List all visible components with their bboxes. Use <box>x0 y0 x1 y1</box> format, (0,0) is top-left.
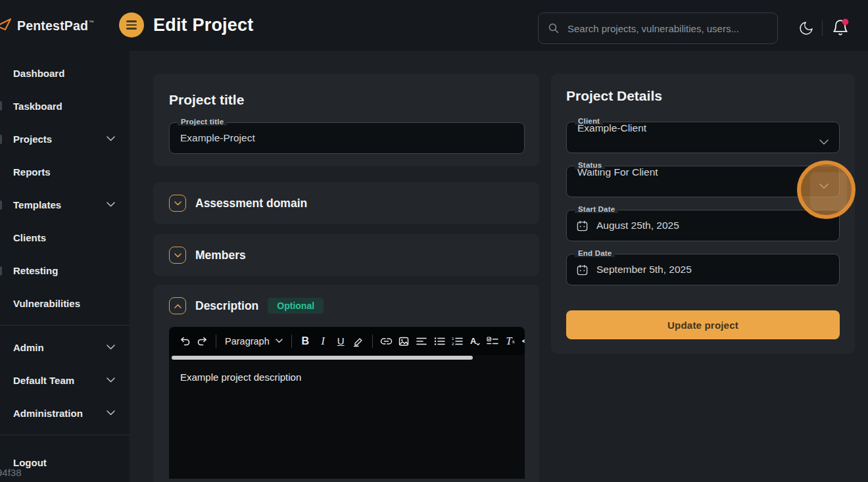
redo-icon[interactable] <box>193 327 211 355</box>
sidebar: Dashboard Taskboard Projects Reports Tem… <box>0 51 130 482</box>
client-label: Client <box>575 117 603 125</box>
calendar-icon <box>576 264 589 276</box>
hamburger-icon <box>126 20 137 22</box>
chevron-down-icon <box>107 410 115 416</box>
sidebar-item-vulnerabilities[interactable]: Vulnerabilities <box>0 287 130 320</box>
toolbar-divider <box>291 335 292 348</box>
code-view-icon[interactable]: <> <box>519 327 525 355</box>
image-icon[interactable] <box>395 327 413 355</box>
description-section: Description Optional Paragraph B I U <box>153 285 539 482</box>
end-date-value: September 5th, 2025 <box>596 264 692 276</box>
sidebar-item-templates[interactable]: Templates <box>0 188 130 221</box>
moon-icon <box>798 20 814 36</box>
chevron-down-icon <box>107 136 115 141</box>
collapse-description-button[interactable] <box>169 297 186 314</box>
sidebar-item-default-team[interactable]: Default Team <box>0 364 130 397</box>
description-textarea[interactable]: Example project description <box>169 360 525 479</box>
search-input[interactable] <box>567 23 768 34</box>
ordered-list-icon[interactable]: 12 <box>448 327 466 355</box>
project-title-heading: Project title <box>169 92 525 108</box>
editor-toolbar: Paragraph B I U 12 <box>169 327 525 355</box>
calendar-icon <box>576 220 589 232</box>
chevron-down-icon <box>174 253 181 258</box>
start-date-label: Start Date <box>575 205 618 213</box>
notification-dot <box>842 19 849 26</box>
svg-text:1: 1 <box>452 337 454 341</box>
bell-icon <box>831 18 850 37</box>
global-search[interactable] <box>538 12 778 44</box>
expand-assessment-domain-button[interactable] <box>169 195 186 212</box>
search-icon <box>548 22 560 34</box>
undo-icon[interactable] <box>176 327 193 355</box>
chevron-down-icon <box>819 135 829 147</box>
end-date-label: End Date <box>575 249 615 257</box>
members-section: Members <box>153 234 539 276</box>
sidebar-divider <box>0 435 130 435</box>
bullet-list-icon[interactable] <box>431 327 448 355</box>
end-date-field[interactable]: End Date September 5th, 2025 <box>566 254 840 285</box>
members-title: Members <box>195 249 246 262</box>
underline-icon[interactable]: U <box>332 327 350 355</box>
cut-off-icon <box>0 266 2 276</box>
toolbar-divider <box>216 335 216 348</box>
update-project-button[interactable]: Update project <box>566 310 840 339</box>
dark-mode-toggle[interactable] <box>797 19 815 37</box>
project-title-field[interactable]: Project title <box>169 122 525 154</box>
start-date-value: August 25th, 2025 <box>596 220 679 231</box>
assessment-domain-section: Assessment domain <box>153 182 539 224</box>
italic-icon[interactable]: I <box>314 327 332 355</box>
sidebar-item-reports[interactable]: Reports <box>0 155 130 188</box>
header-divider <box>822 20 823 36</box>
project-title-input[interactable] <box>170 123 524 153</box>
cut-off-icon <box>0 201 2 210</box>
trademark-symbol: ™ <box>89 20 94 26</box>
sidebar-item-dashboard[interactable]: Dashboard <box>0 57 130 89</box>
cut-off-icon <box>0 135 2 144</box>
project-details-card: Project Details Client Example-Client St… <box>551 74 855 354</box>
client-select[interactable]: Client Example-Client <box>566 122 840 153</box>
chevron-down-icon <box>107 345 115 350</box>
sidebar-item-retesting[interactable]: Retesting <box>0 254 130 287</box>
optional-badge: Optional <box>268 298 324 314</box>
assessment-domain-title: Assessment domain <box>195 197 307 210</box>
cut-off-icon <box>0 101 2 110</box>
description-title: Description <box>195 299 258 313</box>
start-date-field[interactable]: Start Date August 25th, 2025 <box>566 210 840 241</box>
chevron-up-icon <box>174 304 181 308</box>
expand-members-button[interactable] <box>169 247 186 264</box>
notifications-button[interactable] <box>830 17 851 38</box>
toolbar-divider <box>372 335 373 348</box>
status-value: Waiting For Client <box>567 166 839 178</box>
chevron-down-icon <box>107 377 115 383</box>
brand-logo-icon <box>0 18 13 34</box>
sidebar-item-clients[interactable]: Clients <box>0 221 130 254</box>
brand-name: PentestPad™ <box>17 18 94 34</box>
scrollbar-thumb[interactable] <box>172 356 473 360</box>
svg-text:A: A <box>470 336 477 346</box>
highlight-icon[interactable] <box>350 327 368 355</box>
chevron-down-icon <box>819 180 829 191</box>
menu-toggle-button[interactable] <box>119 12 144 37</box>
sidebar-item-admin[interactable]: Admin <box>0 331 130 364</box>
chevron-down-icon <box>276 339 283 343</box>
top-header: PentestPad™ Edit Project <box>0 0 868 51</box>
page-title: Edit Project <box>153 15 253 36</box>
svg-text:2: 2 <box>452 342 454 346</box>
bold-icon[interactable]: B <box>297 327 314 355</box>
sidebar-item-taskboard[interactable]: Taskboard <box>0 89 130 122</box>
sidebar-item-projects[interactable]: Projects <box>0 122 130 155</box>
status-select[interactable]: Status Waiting For Client <box>566 166 840 197</box>
project-title-field-label: Project title <box>178 118 227 126</box>
font-color-icon[interactable]: A <box>466 327 484 355</box>
status-label: Status <box>575 161 605 169</box>
project-title-card: Project title Project title <box>153 74 539 166</box>
sidebar-item-administration[interactable]: Administration <box>0 397 130 429</box>
paragraph-style-dropdown[interactable]: Paragraph <box>221 327 287 355</box>
editor-horizontal-scrollbar[interactable] <box>169 355 525 360</box>
align-left-icon[interactable] <box>413 327 431 355</box>
task-list-icon[interactable] <box>484 327 502 355</box>
link-icon[interactable] <box>377 327 395 355</box>
clear-formatting-icon[interactable]: Tx <box>502 327 519 355</box>
chevron-down-icon <box>107 202 115 207</box>
project-details-heading: Project Details <box>566 88 840 104</box>
